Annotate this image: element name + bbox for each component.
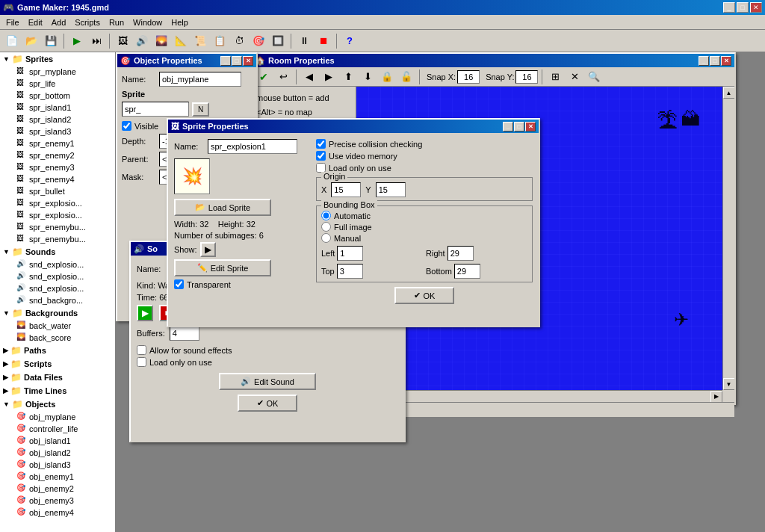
tb-stop[interactable]: ⏹ bbox=[315, 32, 332, 50]
room-close-btn[interactable]: ✕ bbox=[721, 56, 731, 66]
room-hscrollbar[interactable]: ◀ ▶ bbox=[356, 390, 722, 402]
sprite-input[interactable] bbox=[122, 102, 189, 117]
menu-file[interactable]: File bbox=[1, 16, 24, 28]
sidebar-item-back_water[interactable]: 🌄back_water bbox=[0, 320, 115, 332]
sidebar-item-spr_enemy4[interactable]: 🖼spr_enemy4 bbox=[0, 173, 115, 185]
sidebar-item-obj_enemy4[interactable]: 🎯obj_enemy4 bbox=[0, 507, 115, 519]
room-grid-btn[interactable]: ⊞ bbox=[546, 68, 564, 86]
sidebar-item-snd4[interactable]: 🔊snd_backgro... bbox=[0, 294, 115, 306]
sidebar-item-snd2[interactable]: 🔊snd_explosio... bbox=[0, 270, 115, 282]
obj-maximize-btn[interactable]: □ bbox=[232, 56, 242, 66]
sidebar-item-obj_island3[interactable]: 🎯obj_island3 bbox=[0, 459, 115, 471]
hscroll-right-btn[interactable]: ▶ bbox=[710, 391, 722, 403]
sidebar-sounds-header[interactable]: ▼ 📁 Sounds bbox=[0, 245, 115, 259]
sidebar-datafiles-header[interactable]: ▶ 📁 Data Files bbox=[0, 371, 115, 384]
tb-object[interactable]: 🎯 bbox=[250, 32, 267, 50]
room-move-up[interactable]: ⬆ bbox=[339, 68, 357, 86]
sidebar-sprites-header[interactable]: ▼ 📁 Sprites bbox=[0, 52, 115, 66]
sidebar-item-spr_island1[interactable]: 🖼spr_island1 bbox=[0, 102, 115, 114]
room-zoom-btn[interactable]: 🔍 bbox=[585, 68, 603, 86]
tb-save[interactable]: 💾 bbox=[42, 32, 60, 50]
menu-scripts[interactable]: Scripts bbox=[70, 16, 105, 28]
sidebar-item-spr_explosio1[interactable]: 🖼spr_explosio... bbox=[0, 197, 115, 209]
buffers-input[interactable] bbox=[170, 326, 199, 341]
tb-new[interactable]: 📄 bbox=[3, 32, 21, 50]
tb-sprite[interactable]: 🖼 bbox=[114, 32, 131, 50]
bb-fullimage-radio[interactable] bbox=[321, 222, 331, 232]
sidebar-item-spr_bottom[interactable]: 🖼spr_bottom bbox=[0, 90, 115, 102]
sprite-close-btn[interactable]: ✕ bbox=[525, 122, 536, 132]
tb-background[interactable]: 🌄 bbox=[152, 32, 170, 50]
transparent-checkbox[interactable] bbox=[174, 279, 184, 289]
sidebar-item-controller_life[interactable]: 🎯controller_life bbox=[0, 423, 115, 435]
tb-datafile[interactable]: 📋 bbox=[211, 32, 229, 50]
room-minimize-btn[interactable]: _ bbox=[699, 56, 709, 66]
room-unlock[interactable]: 🔓 bbox=[397, 68, 415, 86]
app-maximize-btn[interactable]: □ bbox=[737, 2, 749, 13]
allow-effects-checkbox[interactable] bbox=[137, 345, 146, 355]
sidebar-item-spr_island2[interactable]: 🖼spr_island2 bbox=[0, 114, 115, 126]
sidebar-backgrounds-header[interactable]: ▼ 📁 Backgrounds bbox=[0, 306, 115, 320]
bb-right-input[interactable] bbox=[447, 246, 474, 261]
sprite-name-input[interactable] bbox=[208, 139, 297, 154]
sidebar-item-spr_myplane[interactable]: 🖼spr_myplane bbox=[0, 66, 115, 78]
bb-automatic-radio[interactable] bbox=[321, 211, 331, 220]
visible-checkbox[interactable] bbox=[122, 121, 131, 131]
room-nav-next[interactable]: ▶ bbox=[320, 68, 338, 86]
room-magnet-btn[interactable]: ✕ bbox=[566, 68, 583, 86]
sidebar-timelines-header[interactable]: ▶ 📁 Time Lines bbox=[0, 384, 115, 398]
sidebar-objects-header[interactable]: ▼ 📁 Objects bbox=[0, 398, 115, 411]
obj-minimize-btn[interactable]: _ bbox=[220, 56, 231, 66]
edit-sound-btn[interactable]: 🔊 Edit Sound bbox=[219, 373, 316, 390]
tb-sound[interactable]: 🔊 bbox=[133, 32, 151, 50]
sidebar-item-spr_enemy3[interactable]: 🖼spr_enemy3 bbox=[0, 161, 115, 173]
vscroll-down-btn[interactable]: ▼ bbox=[723, 378, 735, 390]
menu-help[interactable]: Help bbox=[167, 16, 193, 28]
menu-run[interactable]: Run bbox=[105, 16, 128, 28]
tb-open[interactable]: 📂 bbox=[22, 32, 40, 50]
origin-x-input[interactable] bbox=[331, 182, 361, 197]
bb-left-input[interactable] bbox=[337, 246, 363, 261]
sprite-minimize-btn[interactable]: _ bbox=[503, 122, 513, 132]
room-vscrollbar[interactable]: ▲ ▼ bbox=[722, 87, 734, 390]
sidebar-item-spr_island3[interactable]: 🖼spr_island3 bbox=[0, 126, 115, 137]
sidebar-item-back_score[interactable]: 🌄back_score bbox=[0, 332, 115, 344]
origin-y-input[interactable] bbox=[376, 182, 406, 197]
tb-run-debug[interactable]: ⏭ bbox=[87, 32, 105, 50]
sidebar-item-spr_explosio2[interactable]: 🖼spr_explosio... bbox=[0, 209, 115, 221]
snap-y-input[interactable] bbox=[515, 70, 538, 84]
sidebar-item-obj_myplane[interactable]: 🎯obj_myplane bbox=[0, 411, 115, 423]
bb-top-input[interactable] bbox=[337, 264, 363, 279]
sprite-ok-btn[interactable]: ✔ OK bbox=[394, 287, 454, 304]
video-memory-checkbox[interactable] bbox=[316, 151, 326, 161]
room-nav-prev[interactable]: ◀ bbox=[300, 68, 318, 86]
sidebar-item-snd3[interactable]: 🔊snd_explosio... bbox=[0, 282, 115, 294]
menu-add[interactable]: Add bbox=[47, 16, 71, 28]
room-lock[interactable]: 🔒 bbox=[378, 68, 396, 86]
tb-script[interactable]: 📜 bbox=[191, 32, 209, 50]
tb-room[interactable]: 🔲 bbox=[269, 32, 287, 50]
sidebar-item-obj_enemy1[interactable]: 🎯obj_enemy1 bbox=[0, 471, 115, 483]
app-minimize-btn[interactable]: _ bbox=[723, 2, 735, 13]
new-sprite-btn[interactable]: N bbox=[192, 102, 209, 117]
sound-loadonly-checkbox[interactable] bbox=[137, 357, 146, 367]
app-close-btn[interactable]: ✕ bbox=[750, 2, 762, 13]
sidebar-item-obj_island2[interactable]: 🎯obj_island2 bbox=[0, 447, 115, 459]
sidebar-item-spr_enemybu1[interactable]: 🖼spr_enemybu... bbox=[0, 221, 115, 233]
sidebar-item-snd1[interactable]: 🔊snd_explosio... bbox=[0, 259, 115, 270]
sound-play-btn[interactable]: ▶ bbox=[137, 305, 153, 321]
sound-ok-btn[interactable]: ✔ OK bbox=[238, 395, 297, 412]
sidebar-item-spr_life[interactable]: 🖼spr_life bbox=[0, 78, 115, 90]
sidebar-scripts-header[interactable]: ▶ 📁 Scripts bbox=[0, 357, 115, 371]
snap-x-input[interactable] bbox=[457, 70, 480, 84]
room-undo-btn[interactable]: ↩ bbox=[274, 68, 292, 86]
obj-name-input[interactable] bbox=[159, 72, 241, 87]
tb-path[interactable]: 📐 bbox=[172, 32, 190, 50]
sidebar-item-obj_enemy2[interactable]: 🎯obj_enemy2 bbox=[0, 483, 115, 495]
sprite-maximize-btn[interactable]: □ bbox=[514, 122, 524, 132]
tb-help[interactable]: ? bbox=[341, 32, 359, 50]
sidebar-item-spr_bullet[interactable]: 🖼spr_bullet bbox=[0, 185, 115, 197]
show-next-btn[interactable]: ▶ bbox=[200, 242, 216, 257]
precise-checkbox[interactable] bbox=[316, 139, 326, 149]
tb-run[interactable]: ▶ bbox=[68, 32, 86, 50]
